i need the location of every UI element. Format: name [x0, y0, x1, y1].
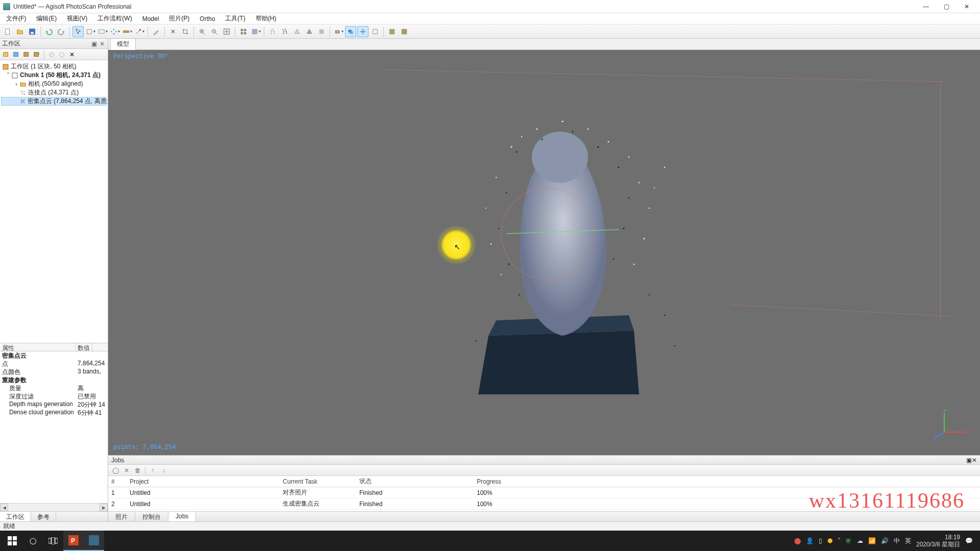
zoom-fit-icon[interactable]	[221, 26, 232, 37]
tree-chunk[interactable]: ˅ Chunk 1 (50 相机, 24,371 点)	[1, 71, 107, 80]
tray-record-icon[interactable]: ⬤	[794, 537, 801, 544]
menu-view[interactable]: 视图(V)	[63, 13, 91, 24]
tray-shield-icon[interactable]: ⬢	[827, 537, 832, 544]
delete-icon[interactable]: ✕	[167, 26, 179, 37]
tray-battery-icon[interactable]: ▯	[819, 537, 822, 544]
show-region-icon[interactable]	[370, 26, 381, 37]
ws-remove-icon[interactable]: ✕	[68, 51, 76, 59]
ortho-icon[interactable]	[386, 26, 398, 37]
viewport[interactable]: Perspective 30° points: 7,864,254	[108, 50, 980, 455]
crop-icon[interactable]	[180, 26, 191, 37]
menu-workflow[interactable]: 工作流程(W)	[93, 13, 136, 24]
close-button[interactable]: ✕	[957, 0, 977, 13]
show-cameras-icon[interactable]	[345, 26, 356, 37]
jobs-clear-icon[interactable]: 🗑	[134, 466, 142, 474]
tray-clock[interactable]: 18:19 2020/3/8 星期日	[916, 534, 960, 548]
minimize-button[interactable]: —	[916, 0, 936, 13]
tab-photos[interactable]: 照片	[108, 512, 135, 521]
panel-float-icon[interactable]: ▣	[90, 40, 97, 47]
tree-root[interactable]: 工作区 (1 区块, 50 相机)	[1, 62, 107, 71]
jobs-table[interactable]: # Project Current Task 状态 Progress 1Unti…	[108, 476, 980, 511]
menu-model[interactable]: Model	[138, 14, 163, 23]
ws-add-photos-icon[interactable]	[12, 51, 20, 59]
tab-model[interactable]: 模型	[110, 38, 136, 50]
menu-edit[interactable]: 编辑(E)	[32, 13, 61, 24]
svg-rect-98	[13, 541, 17, 545]
jobs-up-icon[interactable]: ↑	[149, 466, 157, 474]
undo-icon[interactable]	[43, 26, 55, 37]
tray-ime-en[interactable]: 英	[905, 537, 911, 545]
zoom-in-icon[interactable]	[197, 26, 208, 37]
taskbar-photoscan[interactable]	[84, 531, 104, 551]
tray-volume-icon[interactable]: 🔊	[881, 537, 889, 544]
expand-icon[interactable]: ˅	[5, 72, 11, 79]
edit-icon[interactable]	[151, 26, 162, 37]
tree-dense-cloud[interactable]: 密集点云 (7,864,254 点, 高质量)	[1, 97, 107, 106]
start-button[interactable]	[2, 531, 22, 551]
ws-add-chunk-icon[interactable]	[2, 51, 10, 59]
view-texture-icon[interactable]	[316, 26, 327, 37]
menu-ortho[interactable]: Ortho	[195, 14, 219, 23]
tab-workspace[interactable]: 工作区	[0, 512, 31, 521]
panel-close-icon[interactable]: ✕	[99, 40, 106, 47]
view-grid-icon[interactable]	[238, 26, 249, 37]
ws-export-icon[interactable]	[33, 51, 41, 59]
scroll-right-icon[interactable]: ▶	[100, 504, 108, 511]
jobs-down-icon[interactable]: ↓	[160, 466, 168, 474]
show-markers-icon[interactable]	[357, 26, 369, 37]
tray-ime-zh[interactable]: 中	[894, 537, 900, 545]
ws-refresh-icon[interactable]	[58, 51, 66, 59]
tray-defender-icon[interactable]: ⛨	[846, 537, 852, 544]
workspace-tree[interactable]: 工作区 (1 区块, 50 相机) ˅ Chunk 1 (50 相机, 24,3…	[0, 60, 108, 343]
view-mesh-icon[interactable]	[291, 26, 303, 37]
transform-icon[interactable]	[109, 26, 120, 37]
navigate-icon[interactable]	[72, 26, 84, 37]
cameras-icon[interactable]	[333, 26, 344, 37]
jobs-pause-icon[interactable]: ◯	[111, 466, 119, 474]
jobs-stop-icon[interactable]: ✕	[122, 466, 131, 474]
tray-chevron-up-icon[interactable]: ˄	[838, 537, 841, 544]
table-row[interactable]: 2Untitled生成密集点云Finished100%	[108, 498, 980, 510]
ruler-icon[interactable]	[121, 26, 133, 37]
menu-help[interactable]: 帮助(H)	[252, 13, 281, 24]
tray-network-icon[interactable]: 📶	[868, 537, 876, 544]
menu-tools[interactable]: 工具(T)	[221, 13, 249, 24]
maximize-button[interactable]: ▢	[936, 0, 957, 13]
redo-icon[interactable]	[56, 26, 67, 37]
view-pointcloud-icon[interactable]	[267, 26, 278, 37]
menu-photo[interactable]: 照片(P)	[165, 13, 193, 24]
new-icon[interactable]	[2, 26, 13, 37]
tab-jobs[interactable]: Jobs	[168, 512, 196, 521]
open-icon[interactable]	[14, 26, 26, 37]
marker-icon[interactable]	[134, 26, 145, 37]
jobs-close-icon[interactable]: ✕	[972, 457, 977, 464]
expand-icon[interactable]: ›	[13, 81, 19, 88]
tree-tiepoints[interactable]: 连接点 (24,371 点)	[1, 88, 107, 97]
tree-cameras[interactable]: › 相机 (50/50 aligned)	[1, 80, 107, 88]
region-icon[interactable]	[97, 26, 108, 37]
props-scrollbar[interactable]: ◀ ▶	[0, 503, 108, 511]
ws-enable-icon[interactable]	[22, 51, 31, 59]
dem-icon[interactable]	[399, 26, 410, 37]
ws-disable-icon[interactable]	[47, 51, 56, 59]
table-row[interactable]: 1Untitled对齐照片Finished100%	[108, 487, 980, 498]
zoom-out-icon[interactable]	[209, 26, 220, 37]
menu-file[interactable]: 文件(F)	[2, 13, 30, 24]
system-tray[interactable]: ⬤ 👤 ▯ ⬢ ˄ ⛨ ☁ 📶 🔊 中 英 18:19 2020/3/8 星期日…	[789, 534, 978, 548]
rect-select-icon[interactable]	[85, 26, 96, 37]
tray-people-icon[interactable]: 👤	[806, 537, 814, 544]
save-icon[interactable]	[27, 26, 38, 37]
view-mode-icon[interactable]	[250, 26, 261, 37]
tray-notifications-icon[interactable]: 💬	[965, 537, 973, 544]
taskview-icon[interactable]	[43, 531, 63, 551]
view-shaded-icon[interactable]	[304, 26, 315, 37]
tray-onedrive-icon[interactable]: ☁	[857, 537, 863, 544]
taskbar-powerpoint[interactable]: P	[63, 531, 84, 551]
tab-reference[interactable]: 参考	[31, 512, 56, 521]
tab-console[interactable]: 控制台	[135, 512, 168, 521]
jobs-float-icon[interactable]: ▣	[966, 457, 972, 464]
jobs-col-status: 状态	[356, 476, 474, 487]
scroll-left-icon[interactable]: ◀	[0, 504, 8, 511]
cortana-icon[interactable]: ◯	[22, 531, 43, 551]
view-dense-icon[interactable]	[279, 26, 290, 37]
